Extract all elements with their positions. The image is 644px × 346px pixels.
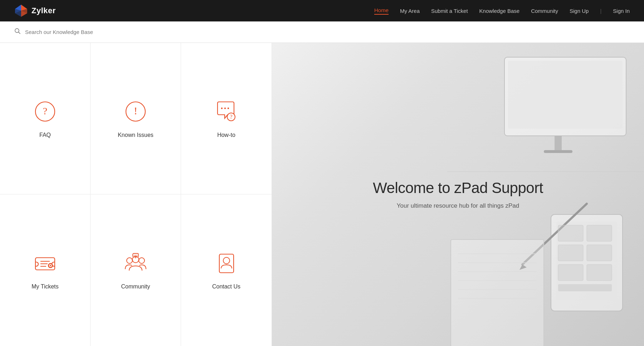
svg-text:!: ! [134,105,137,117]
howto-cell[interactable]: ? ? How-to [181,43,272,194]
svg-rect-37 [508,61,623,129]
contact-us-cell[interactable]: Contact Us [181,194,272,346]
search-icon [14,28,21,36]
svg-point-32 [137,255,137,256]
nav-my-area[interactable]: My Area [400,8,420,14]
svg-rect-54 [558,245,583,261]
svg-rect-44 [451,239,544,346]
community-icon [123,251,148,277]
nav-knowledge-base[interactable]: Knowledge Base [479,8,520,14]
hero-text: Welcome to zPad Support Your ultimate re… [373,179,543,209]
svg-rect-52 [558,225,583,241]
main-content: ? FAQ ! Known Issues [0,43,644,346]
nav-submit-ticket[interactable]: Submit a Ticket [431,8,468,14]
category-grid: ? FAQ ! Known Issues [0,43,272,346]
svg-point-27 [139,258,145,263]
svg-point-26 [127,258,132,263]
faq-cell[interactable]: ? FAQ [0,43,91,194]
svg-point-30 [134,255,135,256]
svg-point-35 [223,257,230,264]
svg-rect-58 [558,284,612,291]
community-label: Community [121,283,150,290]
navbar-links: Home My Area Submit a Ticket Knowledge B… [374,7,630,15]
nav-community[interactable]: Community [531,8,558,14]
faq-icon: ? [33,99,58,125]
community-cell[interactable]: Community [91,194,181,346]
tickets-icon [33,251,58,277]
svg-rect-57 [587,265,612,281]
search-bar [0,21,644,43]
svg-rect-53 [587,225,612,241]
known-issues-cell[interactable]: ! Known Issues [91,43,181,194]
contact-icon [214,251,239,277]
nav-divider: | [600,8,601,14]
svg-point-14 [224,107,225,109]
svg-rect-39 [544,150,572,153]
svg-text:?: ? [230,114,232,120]
hero-title: Welcome to zPad Support [373,179,543,197]
brand[interactable]: Zylker [14,4,56,18]
contact-us-label: Contact Us [212,283,240,290]
known-issues-label: Known Issues [118,132,153,138]
brand-logo-icon [14,4,28,18]
nav-sign-up[interactable]: Sign Up [570,8,589,14]
faq-label: FAQ [39,132,51,138]
svg-text:?: ? [43,105,47,117]
search-input[interactable] [25,29,168,35]
my-tickets-label: My Tickets [31,283,59,290]
svg-rect-56 [558,265,583,281]
howto-icon: ? ? [214,99,239,125]
brand-name: Zylker [31,6,56,15]
howto-label: How-to [217,132,235,138]
svg-rect-55 [587,245,612,261]
nav-home[interactable]: Home [374,7,389,15]
svg-rect-38 [555,136,562,150]
my-tickets-cell[interactable]: My Tickets [0,194,91,346]
navbar: Zylker Home My Area Submit a Ticket Know… [0,0,644,21]
svg-point-31 [135,255,136,256]
svg-point-25 [50,265,51,266]
known-issues-icon: ! [123,99,148,125]
hero-section: Welcome to zPad Support Your ultimate re… [272,43,644,346]
svg-point-15 [227,107,229,109]
svg-line-8 [19,32,20,34]
nav-sign-in[interactable]: Sign In [613,8,630,14]
hero-subtitle: Your ultimate resource hub for all thing… [373,202,543,209]
svg-point-13 [221,107,222,109]
